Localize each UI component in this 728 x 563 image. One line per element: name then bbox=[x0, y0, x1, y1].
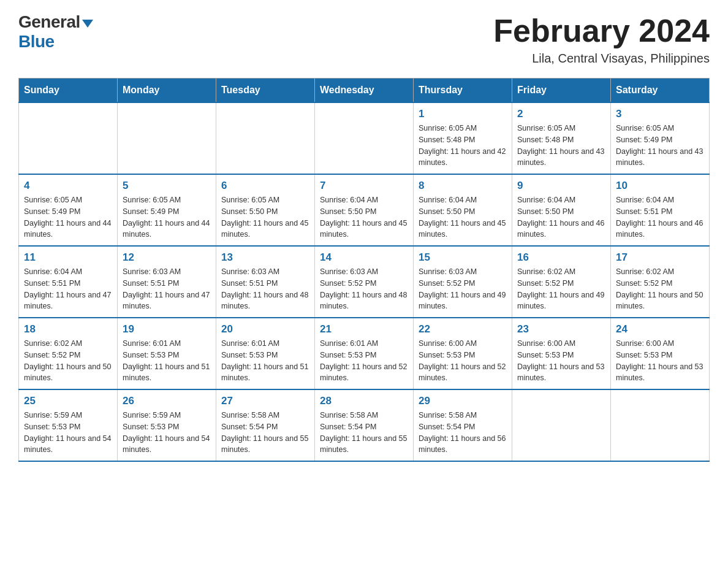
day-number: 26 bbox=[123, 395, 211, 407]
day-info: Sunrise: 6:00 AM Sunset: 5:53 PM Dayligh… bbox=[616, 338, 704, 384]
day-info: Sunrise: 5:58 AM Sunset: 5:54 PM Dayligh… bbox=[419, 410, 507, 456]
day-info: Sunrise: 6:05 AM Sunset: 5:48 PM Dayligh… bbox=[419, 123, 507, 169]
calendar-cell: 6Sunrise: 6:05 AM Sunset: 5:50 PM Daylig… bbox=[216, 174, 315, 246]
calendar-cell: 20Sunrise: 6:01 AM Sunset: 5:53 PM Dayli… bbox=[216, 318, 315, 389]
calendar-cell: 24Sunrise: 6:00 AM Sunset: 5:53 PM Dayli… bbox=[611, 318, 710, 389]
calendar-cell: 21Sunrise: 6:01 AM Sunset: 5:53 PM Dayli… bbox=[315, 318, 414, 389]
calendar-cell: 27Sunrise: 5:58 AM Sunset: 5:54 PM Dayli… bbox=[216, 389, 315, 461]
calendar-cell bbox=[118, 102, 216, 174]
calendar-cell: 1Sunrise: 6:05 AM Sunset: 5:48 PM Daylig… bbox=[414, 102, 512, 174]
title-section: February 2024 Lila, Central Visayas, Phi… bbox=[493, 12, 710, 66]
day-number: 29 bbox=[419, 395, 507, 407]
day-info: Sunrise: 5:59 AM Sunset: 5:53 PM Dayligh… bbox=[24, 410, 112, 456]
calendar-cell bbox=[315, 102, 414, 174]
calendar-header: SundayMondayTuesdayWednesdayThursdayFrid… bbox=[19, 79, 710, 103]
header-day-thursday: Thursday bbox=[414, 79, 512, 103]
header-day-saturday: Saturday bbox=[611, 79, 710, 103]
day-number: 15 bbox=[419, 251, 507, 264]
day-info: Sunrise: 6:05 AM Sunset: 5:49 PM Dayligh… bbox=[123, 194, 211, 240]
calendar-cell: 5Sunrise: 6:05 AM Sunset: 5:49 PM Daylig… bbox=[118, 174, 216, 246]
day-info: Sunrise: 5:58 AM Sunset: 5:54 PM Dayligh… bbox=[320, 410, 408, 456]
calendar-cell: 18Sunrise: 6:02 AM Sunset: 5:52 PM Dayli… bbox=[19, 318, 118, 389]
logo-blue-text: Blue bbox=[18, 32, 55, 52]
calendar-cell: 16Sunrise: 6:02 AM Sunset: 5:52 PM Dayli… bbox=[512, 246, 611, 318]
subtitle: Lila, Central Visayas, Philippines bbox=[493, 52, 710, 66]
page-header: General Blue February 2024 Lila, Central… bbox=[18, 12, 710, 66]
day-number: 14 bbox=[320, 251, 408, 264]
calendar-cell bbox=[611, 389, 710, 461]
day-info: Sunrise: 6:04 AM Sunset: 5:50 PM Dayligh… bbox=[517, 194, 605, 240]
calendar-cell bbox=[216, 102, 315, 174]
day-number: 16 bbox=[517, 251, 605, 264]
calendar-cell: 29Sunrise: 5:58 AM Sunset: 5:54 PM Dayli… bbox=[414, 389, 512, 461]
day-number: 5 bbox=[123, 180, 211, 192]
header-day-sunday: Sunday bbox=[19, 79, 118, 103]
day-number: 27 bbox=[221, 395, 309, 407]
calendar-cell: 22Sunrise: 6:00 AM Sunset: 5:53 PM Dayli… bbox=[414, 318, 512, 389]
day-number: 4 bbox=[24, 180, 112, 192]
calendar-cell: 26Sunrise: 5:59 AM Sunset: 5:53 PM Dayli… bbox=[118, 389, 216, 461]
calendar-cell: 10Sunrise: 6:04 AM Sunset: 5:51 PM Dayli… bbox=[611, 174, 710, 246]
day-info: Sunrise: 6:04 AM Sunset: 5:50 PM Dayligh… bbox=[419, 194, 507, 240]
calendar-cell: 14Sunrise: 6:03 AM Sunset: 5:52 PM Dayli… bbox=[315, 246, 414, 318]
calendar-week-2: 11Sunrise: 6:04 AM Sunset: 5:51 PM Dayli… bbox=[19, 246, 710, 318]
day-info: Sunrise: 6:03 AM Sunset: 5:51 PM Dayligh… bbox=[221, 266, 309, 312]
calendar-cell: 17Sunrise: 6:02 AM Sunset: 5:52 PM Dayli… bbox=[611, 246, 710, 318]
day-number: 9 bbox=[517, 180, 605, 192]
day-info: Sunrise: 6:05 AM Sunset: 5:49 PM Dayligh… bbox=[616, 123, 704, 169]
day-number: 6 bbox=[221, 180, 309, 192]
day-number: 21 bbox=[320, 323, 408, 335]
calendar-week-0: 1Sunrise: 6:05 AM Sunset: 5:48 PM Daylig… bbox=[19, 102, 710, 174]
calendar-cell: 2Sunrise: 6:05 AM Sunset: 5:48 PM Daylig… bbox=[512, 102, 611, 174]
calendar-cell: 12Sunrise: 6:03 AM Sunset: 5:51 PM Dayli… bbox=[118, 246, 216, 318]
calendar-cell: 3Sunrise: 6:05 AM Sunset: 5:49 PM Daylig… bbox=[611, 102, 710, 174]
logo: General Blue bbox=[18, 12, 93, 52]
day-number: 20 bbox=[221, 323, 309, 335]
calendar-cell: 8Sunrise: 6:04 AM Sunset: 5:50 PM Daylig… bbox=[414, 174, 512, 246]
day-info: Sunrise: 6:01 AM Sunset: 5:53 PM Dayligh… bbox=[320, 338, 408, 384]
calendar-cell: 7Sunrise: 6:04 AM Sunset: 5:50 PM Daylig… bbox=[315, 174, 414, 246]
calendar-table: SundayMondayTuesdayWednesdayThursdayFrid… bbox=[18, 78, 710, 462]
day-number: 13 bbox=[221, 251, 309, 264]
day-number: 22 bbox=[419, 323, 507, 335]
day-info: Sunrise: 6:03 AM Sunset: 5:52 PM Dayligh… bbox=[419, 266, 507, 312]
day-number: 25 bbox=[24, 395, 112, 407]
day-info: Sunrise: 6:03 AM Sunset: 5:52 PM Dayligh… bbox=[320, 266, 408, 312]
day-number: 12 bbox=[123, 251, 211, 264]
day-info: Sunrise: 6:00 AM Sunset: 5:53 PM Dayligh… bbox=[419, 338, 507, 384]
day-number: 18 bbox=[24, 323, 112, 335]
main-title: February 2024 bbox=[493, 12, 710, 49]
day-info: Sunrise: 6:00 AM Sunset: 5:53 PM Dayligh… bbox=[517, 338, 605, 384]
calendar-cell: 23Sunrise: 6:00 AM Sunset: 5:53 PM Dayli… bbox=[512, 318, 611, 389]
calendar-cell: 28Sunrise: 5:58 AM Sunset: 5:54 PM Dayli… bbox=[315, 389, 414, 461]
day-number: 11 bbox=[24, 251, 112, 264]
calendar-cell bbox=[19, 102, 118, 174]
logo-triangle-icon bbox=[82, 20, 93, 28]
day-info: Sunrise: 6:01 AM Sunset: 5:53 PM Dayligh… bbox=[221, 338, 309, 384]
calendar-cell: 13Sunrise: 6:03 AM Sunset: 5:51 PM Dayli… bbox=[216, 246, 315, 318]
day-info: Sunrise: 6:02 AM Sunset: 5:52 PM Dayligh… bbox=[517, 266, 605, 312]
day-info: Sunrise: 6:02 AM Sunset: 5:52 PM Dayligh… bbox=[616, 266, 704, 312]
day-number: 28 bbox=[320, 395, 408, 407]
calendar-cell: 11Sunrise: 6:04 AM Sunset: 5:51 PM Dayli… bbox=[19, 246, 118, 318]
day-number: 23 bbox=[517, 323, 605, 335]
day-info: Sunrise: 6:05 AM Sunset: 5:48 PM Dayligh… bbox=[517, 123, 605, 169]
day-number: 10 bbox=[616, 180, 704, 192]
day-number: 3 bbox=[616, 108, 704, 120]
day-info: Sunrise: 5:59 AM Sunset: 5:53 PM Dayligh… bbox=[123, 410, 211, 456]
calendar-cell: 15Sunrise: 6:03 AM Sunset: 5:52 PM Dayli… bbox=[414, 246, 512, 318]
day-number: 19 bbox=[123, 323, 211, 335]
day-info: Sunrise: 6:04 AM Sunset: 5:51 PM Dayligh… bbox=[616, 194, 704, 240]
day-number: 2 bbox=[517, 108, 605, 120]
day-info: Sunrise: 6:04 AM Sunset: 5:51 PM Dayligh… bbox=[24, 266, 112, 312]
calendar-cell bbox=[512, 389, 611, 461]
calendar-cell: 9Sunrise: 6:04 AM Sunset: 5:50 PM Daylig… bbox=[512, 174, 611, 246]
day-info: Sunrise: 6:04 AM Sunset: 5:50 PM Dayligh… bbox=[320, 194, 408, 240]
day-number: 17 bbox=[616, 251, 704, 264]
calendar-week-3: 18Sunrise: 6:02 AM Sunset: 5:52 PM Dayli… bbox=[19, 318, 710, 389]
day-info: Sunrise: 6:03 AM Sunset: 5:51 PM Dayligh… bbox=[123, 266, 211, 312]
day-info: Sunrise: 6:05 AM Sunset: 5:50 PM Dayligh… bbox=[221, 194, 309, 240]
header-day-monday: Monday bbox=[118, 79, 216, 103]
calendar-week-1: 4Sunrise: 6:05 AM Sunset: 5:49 PM Daylig… bbox=[19, 174, 710, 246]
day-number: 7 bbox=[320, 180, 408, 192]
